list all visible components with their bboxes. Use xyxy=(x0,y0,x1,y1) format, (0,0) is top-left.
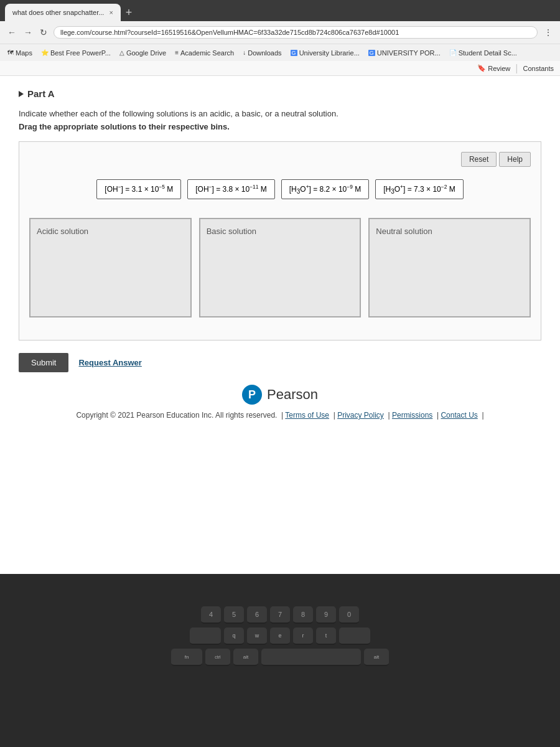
bookmark-student[interactable]: 📄 Student Detail Sc... xyxy=(447,48,520,58)
chip-oh-3.1[interactable]: [OH−] = 3.1 × 10−5 M xyxy=(96,179,181,199)
bookmark-downloads[interactable]: ↓ Downloads xyxy=(240,48,284,58)
bookmark-maps-label: Maps xyxy=(16,49,32,57)
university-icon: G xyxy=(368,50,375,56)
key-fn: fn xyxy=(171,649,202,666)
drive-icon: △ xyxy=(119,49,124,56)
basic-bin-label: Basic solution xyxy=(207,227,256,236)
bins-row: Acidic solution Basic solution Neutral s… xyxy=(29,218,531,317)
key-ctrl: ctrl xyxy=(205,649,230,666)
back-button[interactable]: ← xyxy=(5,26,19,39)
bookmark-maps[interactable]: 🗺 Maps xyxy=(5,48,35,58)
chips-row: [OH−] = 3.1 × 10−5 M [OH−] = 3.8 × 10−11… xyxy=(29,179,531,199)
key-space2 xyxy=(339,627,370,645)
permissions-link[interactable]: Permissions xyxy=(392,411,432,420)
bookmarks-bar: 🗺 Maps ⭐ Best Free PowerP... △ Google Dr… xyxy=(0,44,560,61)
active-tab[interactable]: what does other snapchatter... × xyxy=(5,4,121,21)
chip-h3o-7.3[interactable]: [H3O+] = 7.3 × 10−2 M xyxy=(375,179,463,199)
terms-link[interactable]: Terms of Use xyxy=(285,411,329,420)
part-title: Part A xyxy=(27,88,55,99)
key-8: 8 xyxy=(293,606,313,624)
bookmark-university[interactable]: G UNIVERSITY POR... xyxy=(366,48,443,58)
bookmark-powerpoint[interactable]: ⭐ Best Free PowerP... xyxy=(39,48,113,58)
acidic-bin-label: Acidic solution xyxy=(37,227,88,236)
review-label: Review xyxy=(488,65,510,72)
bookmark-gdrive-label: Google Drive xyxy=(126,49,166,57)
instruction-text-2: Drag the appropriate solutions to their … xyxy=(19,122,541,131)
key-0: 0 xyxy=(339,606,359,624)
key-alt: alt xyxy=(233,649,258,666)
reload-button[interactable]: ↻ xyxy=(37,26,50,39)
nav-buttons: ← → ↻ xyxy=(5,26,50,39)
key-7: 7 xyxy=(270,606,290,624)
bookmark-university-label: UNIVERSITY POR... xyxy=(377,49,441,57)
download-icon: ↓ xyxy=(243,49,246,56)
submit-button[interactable]: Submit xyxy=(19,353,68,372)
bottom-buttons: Submit Request Answer xyxy=(19,353,541,372)
help-button[interactable]: Help xyxy=(499,152,531,167)
star-icon: ⭐ xyxy=(41,49,49,56)
part-label: Part A xyxy=(19,88,541,99)
academic-icon: ≡ xyxy=(175,49,179,56)
key-9: 9 xyxy=(316,606,336,624)
footer-links: Copyright © 2021 Pearson Education Inc. … xyxy=(76,411,483,420)
student-icon: 📄 xyxy=(449,49,457,56)
bookmark-gdrive[interactable]: △ Google Drive xyxy=(117,48,169,58)
constants-label: Constants xyxy=(523,65,554,72)
maps-icon: 🗺 xyxy=(7,49,14,56)
request-answer-button[interactable]: Request Answer xyxy=(78,358,141,367)
bookmark-academic[interactable]: ≡ Academic Search xyxy=(172,48,236,58)
bookmark-downloads-label: Downloads xyxy=(248,49,281,57)
review-link[interactable]: 🔖 Review xyxy=(477,64,510,72)
forward-button[interactable]: → xyxy=(21,26,35,39)
bookmark-academic-label: Academic Search xyxy=(180,49,234,57)
key-spacebar xyxy=(261,649,361,666)
question-container: Reset Help [OH−] = 3.1 × 10−5 M [OH−] = … xyxy=(19,141,541,341)
instruction-text-1: Indicate whether each of the following s… xyxy=(19,109,541,118)
basic-bin[interactable]: Basic solution xyxy=(199,218,362,317)
key-6: 6 xyxy=(247,606,267,624)
key-space1 xyxy=(190,627,221,645)
key-q: q xyxy=(224,627,244,645)
bookmark-icon2: 🔖 xyxy=(477,64,486,72)
key-5: 5 xyxy=(224,606,244,624)
neutral-bin-label: Neutral solution xyxy=(376,227,432,236)
constants-link[interactable]: Constants xyxy=(523,65,554,72)
neutral-bin[interactable]: Neutral solution xyxy=(368,218,531,317)
pearson-name: Pearson xyxy=(267,387,318,403)
pearson-p-icon: P xyxy=(242,385,262,405)
privacy-link[interactable]: Privacy Policy xyxy=(337,411,384,420)
menu-button[interactable]: ⋮ xyxy=(541,26,555,39)
pearson-footer: P Pearson Copyright © 2021 Pearson Educa… xyxy=(19,372,541,426)
collapse-icon[interactable] xyxy=(19,91,24,97)
bookmark-powerpoint-label: Best Free PowerP... xyxy=(50,49,111,57)
keyboard-row-mid: q w e r t xyxy=(190,627,370,645)
key-t: t xyxy=(316,627,336,645)
address-input[interactable]: llege.com/course.html?courseId=16519516&… xyxy=(54,26,538,39)
chip-h3o-8.2[interactable]: [H3O+] = 8.2 × 10−9 M xyxy=(281,179,369,199)
utility-bar: 🔖 Review | Constants xyxy=(0,61,560,76)
bookmark-student-label: Student Detail Sc... xyxy=(459,49,517,57)
reset-help-row: Reset Help xyxy=(29,152,531,167)
contact-link[interactable]: Contact Us xyxy=(441,411,477,420)
new-tab-button[interactable]: + xyxy=(123,6,135,19)
chip-oh-3.8[interactable]: [OH−] = 3.8 × 10−11 M xyxy=(187,179,275,199)
tab-close-btn[interactable]: × xyxy=(109,9,113,16)
pearson-letter: P xyxy=(248,388,256,402)
key-e: e xyxy=(270,627,290,645)
key-4: 4 xyxy=(201,606,221,624)
reset-button[interactable]: Reset xyxy=(461,152,497,167)
main-content: Part A Indicate whether each of the foll… xyxy=(0,76,560,574)
key-alt2: alt xyxy=(364,649,389,666)
address-bar-row: ← → ↻ llege.com/course.html?courseId=165… xyxy=(0,21,560,44)
copyright-text: Copyright © 2021 Pearson Education Inc. … xyxy=(76,411,277,420)
keyboard-row-top: 4 5 6 7 8 9 0 xyxy=(201,606,359,624)
keyboard-row-bottom: fn ctrl alt alt xyxy=(171,649,389,666)
browser-chrome: what does other snapchatter... × + ← → ↻… xyxy=(0,0,560,61)
key-r: r xyxy=(293,627,313,645)
bookmark-library-label: University Librarie... xyxy=(299,49,360,57)
bookmark-library[interactable]: G University Librarie... xyxy=(288,48,362,58)
acidic-bin[interactable]: Acidic solution xyxy=(29,218,192,317)
separator: | xyxy=(515,63,518,74)
key-w: w xyxy=(247,627,267,645)
tab-title: what does other snapchatter... xyxy=(12,9,104,16)
